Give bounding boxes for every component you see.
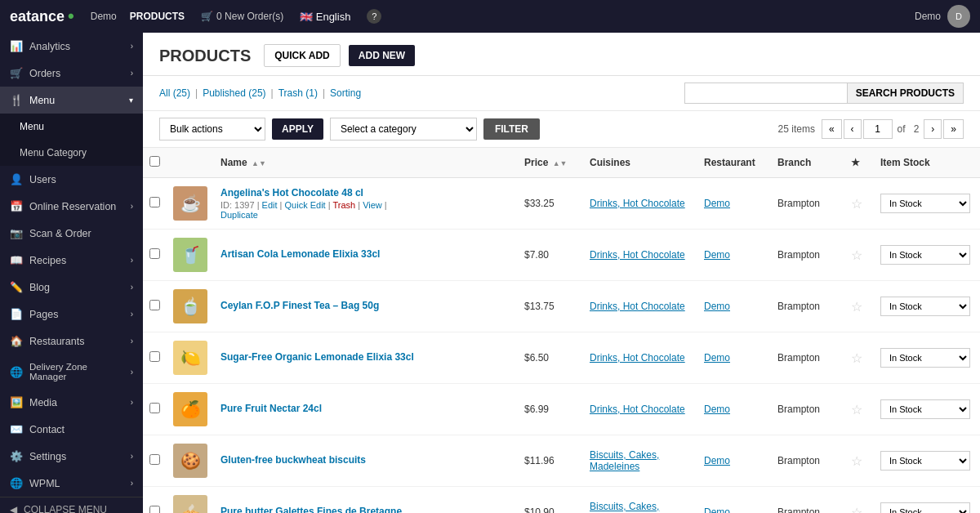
sidebar-item-pages[interactable]: 📄 Pages › — [0, 301, 143, 328]
cart-link[interactable]: 🛒 0 New Order(s) — [201, 11, 283, 22]
sidebar-submenu-item-menu-category[interactable]: Menu Category — [0, 140, 143, 166]
row-checkbox[interactable] — [149, 506, 160, 513]
product-name-link[interactable]: Artisan Cola Lemonade Elixia 33cl — [220, 248, 511, 260]
stock-select[interactable]: In StockOut of Stock — [880, 297, 970, 316]
category-select[interactable]: Select a category — [330, 118, 477, 141]
product-price: $6.99 — [518, 384, 583, 435]
restaurant-link[interactable]: Demo — [704, 301, 730, 312]
star-button[interactable]: ☆ — [851, 299, 862, 314]
sidebar-submenu-item-menu[interactable]: Menu — [0, 114, 143, 140]
stock-select[interactable]: In StockOut of Stock — [880, 348, 970, 368]
wpml-icon: 🌐 — [10, 477, 23, 489]
star-button[interactable]: ☆ — [851, 350, 862, 366]
view-link[interactable]: View — [363, 200, 382, 210]
apply-button[interactable]: APPLY — [272, 118, 323, 140]
star-button[interactable]: ☆ — [851, 248, 862, 263]
trash-link[interactable]: Trash — [332, 200, 355, 210]
pagination: « ‹ of 2 › » — [822, 119, 964, 139]
product-name-link[interactable]: Ceylan F.O.P Finest Tea – Bag 50g — [220, 300, 511, 311]
filter-sorting[interactable]: Sorting — [330, 87, 361, 99]
star-button[interactable]: ☆ — [851, 402, 862, 417]
cuisine-link[interactable]: Drinks, Hot Chocolate — [590, 352, 685, 364]
sidebar-item-blog[interactable]: ✏️ Blog › — [0, 274, 143, 301]
row-checkbox[interactable] — [149, 454, 160, 465]
pagination-next[interactable]: › — [924, 119, 942, 139]
cuisine-link[interactable]: Drinks, Hot Chocolate — [590, 404, 685, 415]
quick-edit-link[interactable]: Quick Edit — [285, 200, 326, 210]
sidebar-item-delivery-zone[interactable]: 🌐 Delivery Zone Manager › — [0, 355, 143, 389]
sidebar-item-scan-order[interactable]: 📷 Scan & Order — [0, 220, 143, 247]
col-price[interactable]: Price ▲▼ — [518, 148, 583, 178]
items-count: 25 items — [778, 123, 815, 135]
stock-select[interactable]: In StockOut of Stock — [880, 502, 970, 513]
search-button[interactable]: SEARCH PRODUCTS — [848, 83, 964, 104]
stock-select[interactable]: In StockOut of Stock — [880, 399, 970, 419]
sidebar-item-menu[interactable]: 🍴 Menu ▾ — [0, 87, 143, 114]
filter-all[interactable]: All (25) — [159, 87, 190, 99]
restaurant-link[interactable]: Demo — [704, 404, 730, 415]
sidebar-submenu-menu: Menu Menu Category — [0, 114, 143, 166]
filter-trash[interactable]: Trash (1) — [278, 87, 318, 99]
restaurant-link[interactable]: Demo — [704, 249, 730, 261]
pagination-first[interactable]: « — [822, 119, 842, 139]
cuisine-link[interactable]: Biscuits, Cakes, Madeleines — [590, 449, 659, 472]
cuisine-link[interactable]: Drinks, Hot Chocolate — [590, 301, 685, 312]
sidebar-item-recipes[interactable]: 📖 Recipes › — [0, 247, 143, 274]
pagination-prev[interactable]: ‹ — [844, 119, 862, 139]
star-button[interactable]: ☆ — [851, 505, 862, 514]
nav-products[interactable]: PRODUCTS — [130, 11, 185, 22]
sidebar-item-wpml[interactable]: 🌐 WPML › — [0, 470, 143, 497]
sidebar-item-media[interactable]: 🖼️ Media › — [0, 389, 143, 416]
star-button[interactable]: ☆ — [851, 196, 862, 212]
cuisine-link[interactable]: Biscuits, Cakes, Madeleines — [590, 501, 659, 513]
product-name-link[interactable]: Gluten-free buckwheat biscuits — [220, 454, 511, 466]
row-checkbox[interactable] — [149, 197, 160, 207]
product-name-link[interactable]: Sugar-Free Organic Lemonade Elixia 33cl — [220, 351, 511, 363]
sidebar-item-restaurants[interactable]: 🏠 Restaurants › — [0, 328, 143, 355]
sidebar-item-settings[interactable]: ⚙️ Settings › — [0, 443, 143, 470]
language-selector[interactable]: 🇬🇧 English — [300, 11, 350, 23]
restaurant-link[interactable]: Demo — [704, 198, 730, 209]
stock-select[interactable]: In StockOut of Stock — [880, 451, 970, 471]
product-image: 🍊 — [173, 392, 207, 426]
sidebar-item-orders[interactable]: 🛒 Orders › — [0, 60, 143, 87]
sidebar-item-users[interactable]: 👤 Users — [0, 166, 143, 193]
collapse-menu-button[interactable]: ◀ COLLAPSE MENU — [0, 497, 143, 513]
sidebar-item-online-reservation[interactable]: 📅 Online Reservation › — [0, 193, 143, 220]
help-icon[interactable]: ? — [367, 9, 381, 24]
row-checkbox[interactable] — [149, 351, 160, 362]
add-new-button[interactable]: ADD NEW — [349, 45, 415, 66]
cuisine-link[interactable]: Drinks, Hot Chocolate — [590, 249, 685, 261]
bulk-actions-select[interactable]: Bulk actions — [159, 118, 265, 141]
user-avatar[interactable]: D — [947, 5, 970, 28]
pagination-last[interactable]: » — [943, 119, 964, 139]
search-input[interactable] — [684, 83, 848, 104]
sidebar-item-contact[interactable]: ✉️ Contact — [0, 416, 143, 443]
chevron-icon: ▾ — [129, 96, 133, 105]
logo[interactable]: eatance• — [10, 6, 74, 27]
edit-link[interactable]: Edit — [262, 200, 278, 210]
product-name-link[interactable]: Angelina's Hot Chocolate 48 cl — [220, 187, 511, 199]
product-name-link[interactable]: Pure Fruit Nectar 24cl — [220, 403, 511, 414]
actions-bar: Bulk actions APPLY Select a category FIL… — [143, 111, 980, 148]
nav-demo[interactable]: Demo — [91, 11, 117, 22]
row-checkbox[interactable] — [149, 300, 160, 310]
user-name[interactable]: Demo — [915, 11, 941, 22]
quick-add-button[interactable]: QUICK ADD — [264, 44, 341, 67]
row-checkbox[interactable] — [149, 248, 160, 259]
filter-published[interactable]: Published (25) — [203, 87, 265, 99]
filter-button[interactable]: FILTER — [483, 118, 540, 140]
cuisine-link[interactable]: Drinks, Hot Chocolate — [590, 198, 685, 209]
star-button[interactable]: ☆ — [851, 453, 862, 469]
select-all-checkbox[interactable] — [149, 156, 160, 167]
stock-select[interactable]: In StockOut of Stock — [880, 194, 970, 213]
sidebar-item-analytics[interactable]: 📊 Analytics › — [0, 33, 143, 60]
row-checkbox[interactable] — [149, 403, 160, 413]
col-name[interactable]: Name ▲▼ — [214, 148, 518, 178]
product-name-link[interactable]: Pure butter Galettes Fines de Bretagne — [220, 506, 511, 513]
restaurant-link[interactable]: Demo — [704, 506, 730, 513]
restaurant-link[interactable]: Demo — [704, 352, 730, 364]
pagination-current-page[interactable] — [863, 119, 893, 139]
stock-select[interactable]: In StockOut of Stock — [880, 245, 970, 265]
restaurant-link[interactable]: Demo — [704, 455, 730, 466]
